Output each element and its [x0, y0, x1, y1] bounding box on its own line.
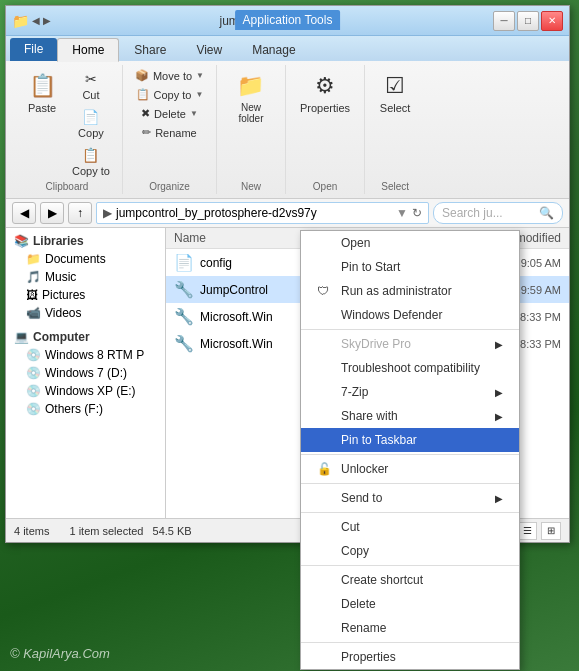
ctx-divider-5 — [301, 565, 519, 566]
ctx-arrow-share: ▶ — [495, 411, 503, 422]
delete-button[interactable]: ✖ Delete ▼ — [131, 105, 208, 122]
clipboard-small-buttons: ✂ Cut 📄 Copy 📋 Copy to — [68, 67, 114, 179]
ctx-arrow-skydrive: ▶ — [495, 339, 503, 350]
ribbon-content: 📋 Paste ✂ Cut 📄 Copy — [6, 61, 569, 198]
ctx-copy[interactable]: Copy — [301, 539, 519, 563]
computer-icon: 💻 — [14, 330, 29, 344]
ctx-cut[interactable]: Cut — [301, 515, 519, 539]
delete-icon: ✖ — [141, 107, 150, 120]
pictures-icon: 🖼 — [26, 288, 38, 302]
scissors-icon: ✂ — [81, 69, 101, 89]
items-count: 4 items — [14, 525, 49, 537]
move-to-button[interactable]: 📦 Move to ▼ — [131, 67, 208, 84]
ctx-create-shortcut[interactable]: Create shortcut — [301, 568, 519, 592]
copy-button[interactable]: 📄 Copy — [68, 105, 114, 141]
view-buttons: ☰ ⊞ — [517, 522, 561, 540]
maximize-button[interactable]: □ — [517, 11, 539, 31]
tab-share[interactable]: Share — [119, 38, 181, 61]
clipboard-group-items: 📋 Paste ✂ Cut 📄 Copy — [20, 65, 114, 179]
refresh-icon[interactable]: ↻ — [412, 206, 422, 220]
ctx-open[interactable]: Open — [301, 231, 519, 255]
select-group: ☑ Select Select — [365, 65, 425, 194]
drive-icon-3: 💿 — [26, 384, 41, 398]
new-label: New — [241, 179, 261, 194]
close-button[interactable]: ✕ — [541, 11, 563, 31]
paste-button[interactable]: 📋 Paste — [20, 67, 64, 117]
search-box[interactable]: Search ju... 🔍 — [433, 202, 563, 224]
open-group: ⚙ Properties Open — [286, 65, 365, 194]
move-to-icon: 📦 — [135, 69, 149, 82]
drive-icon: 💿 — [26, 348, 41, 362]
rename-icon: ✏ — [142, 126, 151, 139]
drive-icon-2: 💿 — [26, 366, 41, 380]
rename-button[interactable]: ✏ Rename — [131, 124, 208, 141]
ctx-send-to[interactable]: Send to ▶ — [301, 486, 519, 510]
drive-icon-4: 💿 — [26, 402, 41, 416]
up-button[interactable]: ↑ — [68, 202, 92, 224]
clipboard-group: 📋 Paste ✂ Cut 📄 Copy — [12, 65, 123, 194]
new-folder-button[interactable]: 📁 New folder — [225, 67, 277, 127]
libraries-icon: 📚 — [14, 234, 29, 248]
large-icons-view-button[interactable]: ⊞ — [541, 522, 561, 540]
title-bar-icons: 📁 ◀ ▶ — [12, 13, 51, 29]
search-placeholder: Search ju... — [442, 206, 503, 220]
ctx-run-admin[interactable]: 🛡 Run as administrator — [301, 279, 519, 303]
file-icon-jumpcontrol: 🔧 — [174, 280, 194, 299]
ctx-arrow-send: ▶ — [495, 493, 503, 504]
select-icon: ☑ — [379, 70, 411, 102]
videos-icon: 📹 — [26, 306, 41, 320]
open-label: Open — [313, 179, 337, 194]
sidebar-item-windows7[interactable]: 💿 Windows 7 (D:) — [10, 364, 161, 382]
sidebar-item-documents[interactable]: 📁 Documents — [10, 250, 161, 268]
ribbon: File Home Share View Manage 📋 Paste — [6, 36, 569, 199]
properties-button[interactable]: ⚙ Properties — [294, 67, 356, 117]
file-icon-config: 📄 — [174, 253, 194, 272]
tab-file[interactable]: File — [10, 38, 57, 61]
tab-view[interactable]: View — [181, 38, 237, 61]
new-group: 📁 New folder New — [217, 65, 286, 194]
forward-button[interactable]: ▶ — [40, 202, 64, 224]
ctx-unlocker[interactable]: 🔓 Unlocker — [301, 457, 519, 481]
music-icon: 🎵 — [26, 270, 41, 284]
tab-manage[interactable]: Manage — [237, 38, 310, 61]
details-view-button[interactable]: ☰ — [517, 522, 537, 540]
sidebar-item-music[interactable]: 🎵 Music — [10, 268, 161, 286]
ctx-windows-defender[interactable]: Windows Defender — [301, 303, 519, 327]
new-folder-icon: 📁 — [235, 70, 267, 102]
sidebar-libraries-header[interactable]: 📚 Libraries — [10, 232, 161, 250]
minimize-button[interactable]: ─ — [493, 11, 515, 31]
ctx-properties[interactable]: Properties — [301, 645, 519, 669]
watermark: © KapilArya.Com — [10, 646, 110, 661]
ctx-7zip[interactable]: 7-Zip ▶ — [301, 380, 519, 404]
file-icon-ms2: 🔧 — [174, 334, 194, 353]
copy-to-ribbon-icon: 📋 — [136, 88, 150, 101]
sidebar-item-pictures[interactable]: 🖼 Pictures — [10, 286, 161, 304]
ctx-arrow-7zip: ▶ — [495, 387, 503, 398]
window-controls: ─ □ ✕ — [493, 11, 563, 31]
file-icon-ms1: 🔧 — [174, 307, 194, 326]
ctx-rename[interactable]: Rename — [301, 616, 519, 640]
copy-to-ribbon-button[interactable]: 📋 Copy to ▼ — [131, 86, 208, 103]
ctx-troubleshoot[interactable]: Troubleshoot compatibility — [301, 356, 519, 380]
copy-to-button[interactable]: 📋 Copy to — [68, 143, 114, 179]
ctx-skydrive[interactable]: SkyDrive Pro ▶ — [301, 332, 519, 356]
selected-info: 1 item selected 54.5 KB — [69, 525, 191, 537]
ctx-unlocker-icon: 🔓 — [317, 462, 335, 476]
ctx-pin-taskbar[interactable]: Pin to Taskbar — [301, 428, 519, 452]
select-button[interactable]: ☑ Select — [373, 67, 417, 117]
ctx-divider-6 — [301, 642, 519, 643]
address-path[interactable]: ▶ jumpcontrol_by_protosphere-d2vs97y ▼ ↻ — [96, 202, 429, 224]
copy-icon: 📄 — [81, 107, 101, 127]
sidebar-item-windows8[interactable]: 💿 Windows 8 RTM P — [10, 346, 161, 364]
sidebar-item-videos[interactable]: 📹 Videos — [10, 304, 161, 322]
sidebar-item-windowsxp[interactable]: 💿 Windows XP (E:) — [10, 382, 161, 400]
ctx-pin-start[interactable]: Pin to Start — [301, 255, 519, 279]
cut-button[interactable]: ✂ Cut — [68, 67, 114, 103]
ctx-share-with[interactable]: Share with ▶ — [301, 404, 519, 428]
sidebar-item-others[interactable]: 💿 Others (F:) — [10, 400, 161, 418]
ribbon-tabs: File Home Share View Manage — [6, 36, 569, 61]
ctx-delete[interactable]: Delete — [301, 592, 519, 616]
back-button[interactable]: ◀ — [12, 202, 36, 224]
tab-home[interactable]: Home — [57, 38, 119, 62]
sidebar-computer-header[interactable]: 💻 Computer — [10, 328, 161, 346]
